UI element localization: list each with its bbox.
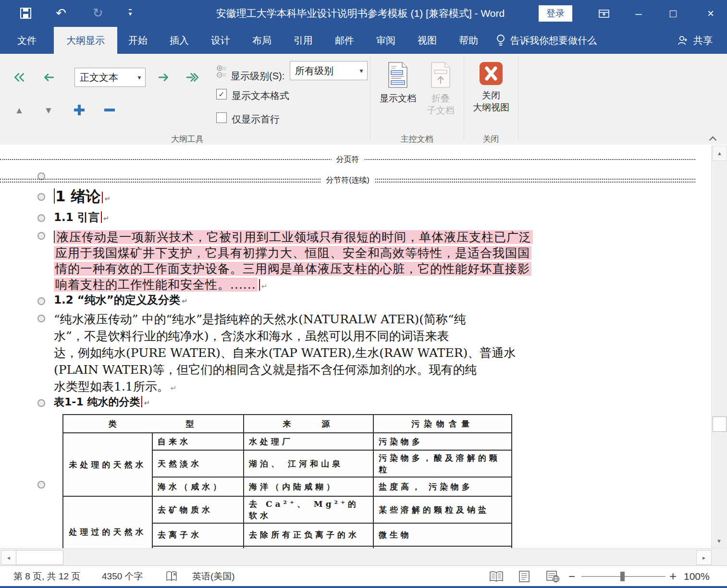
window-bottom-border [0, 586, 727, 588]
print-layout-button[interactable] [518, 566, 530, 587]
show-first-line-only-checkbox[interactable] [216, 112, 227, 123]
outline-bullet[interactable] [37, 315, 45, 322]
outline-bullet[interactable] [37, 193, 45, 201]
left-arrow-icon [42, 72, 55, 83]
collapse-button[interactable] [99, 101, 120, 119]
collapse-ribbon-button[interactable] [710, 135, 716, 141]
tab-outline-view[interactable]: 大纲显示 [54, 27, 117, 54]
tab-references[interactable]: 引用 [283, 27, 324, 54]
show-first-line-only-label[interactable]: 仅显示首行 [232, 113, 280, 126]
tab-home[interactable]: 开始 [117, 27, 159, 54]
share-button[interactable]: 共享 [677, 27, 713, 54]
tab-layout[interactable]: 布局 [241, 27, 283, 54]
outline-level-select[interactable]: 正文文本 ▾ [74, 68, 146, 87]
paragraph-mark-icon: ↵ [182, 297, 188, 306]
tab-file[interactable]: 文件 [0, 27, 54, 54]
outline-bullet[interactable] [37, 232, 45, 240]
undo-button[interactable]: ↶ [53, 5, 69, 21]
horizontal-scrollbar-thumb[interactable] [16, 550, 63, 565]
customize-qat-button[interactable]: ▾ [124, 5, 136, 21]
tab-view[interactable]: 视图 [407, 27, 448, 54]
paragraph-line: (PLAIN WATER)等，但它们的相同含义就是指不含任何添加剂的水。现有的纯 [54, 361, 516, 378]
show-text-formatting-checkbox[interactable]: ✓ [216, 89, 227, 99]
language-indicator[interactable]: 英语(美国) [192, 566, 235, 587]
outline-bullet[interactable] [37, 481, 45, 489]
zoom-in-button[interactable]: + [669, 566, 677, 587]
table-caption-row: 表1-1 纯水的分类↵ [54, 395, 150, 409]
promote-to-heading1-button[interactable] [9, 69, 30, 86]
proofing-status-button[interactable] [165, 566, 179, 587]
web-layout-button[interactable] [546, 566, 560, 587]
zoom-level[interactable]: 100% [684, 566, 710, 587]
title-bar: ↶ ↻ ▾ 安徽理工大学本科毕业设计说明书参考模板 (1) [兼容模式] - W… [0, 0, 727, 27]
table-cell: 天然淡水 [152, 450, 244, 477]
ribbon-display-options-button[interactable] [590, 0, 618, 27]
page-indicator[interactable]: 第 8 页, 共 12 页 [13, 566, 80, 587]
demote-to-body-button[interactable] [182, 69, 203, 86]
tab-insert[interactable]: 插入 [159, 27, 200, 54]
table-row: 未处理的天然水 自来水 水处理厂 污染物多 [63, 433, 512, 450]
web-layout-icon [546, 570, 560, 583]
move-down-button[interactable]: ▼ [38, 101, 59, 119]
outline-bullet[interactable] [37, 399, 45, 407]
zoom-out-button[interactable]: − [568, 566, 575, 587]
close-button[interactable]: × [697, 0, 725, 27]
minimize-button[interactable]: – [625, 0, 653, 27]
expand-button[interactable] [69, 101, 90, 119]
scroll-left-button[interactable]: ◂ [1, 550, 16, 565]
show-document-button[interactable]: 显示文档 [378, 61, 418, 135]
scroll-right-button[interactable]: ▸ [696, 550, 712, 565]
tab-mailings[interactable]: 邮件 [324, 27, 365, 54]
zoom-slider-thumb[interactable] [620, 572, 625, 581]
table-cell: 处理过的天然水 [63, 496, 152, 548]
read-mode-button[interactable] [489, 566, 504, 587]
scroll-down-button[interactable]: ▼ [712, 534, 726, 548]
move-up-button[interactable]: ▲ [9, 101, 30, 119]
window-title: 安徽理工大学本科毕业设计说明书参考模板 (1) [兼容模式] - Word [183, 0, 538, 27]
redo-button[interactable]: ↻ [90, 5, 106, 21]
group-divider [464, 57, 464, 139]
paragraph-mark-icon: ↵ [103, 214, 110, 223]
table-header: 来 源 [244, 415, 373, 433]
document-canvas[interactable]: 分页符 分节符(连续) 1 绪论↵ 1.1 引言↵ 液压传动是一项新兴技术，它被… [0, 145, 727, 548]
group-label-close: 关闭 [464, 134, 518, 145]
highlighted-line: 应用于我国煤矿井下支护，它具有初撑力大、恒阻、安全和高效等特性，是适合我国国 [54, 246, 531, 260]
show-level-select[interactable]: 所有级别 ▾ [290, 61, 368, 80]
right-arrow-icon [158, 72, 170, 83]
proofing-book-icon [165, 570, 179, 583]
tell-me-box[interactable]: 告诉我你想要做什么 [496, 27, 597, 54]
scroll-up-button[interactable]: ▲ [712, 146, 727, 161]
table-cell: 去离子水 [152, 523, 244, 546]
save-button[interactable] [17, 5, 34, 21]
sign-in-button[interactable]: 登录 [539, 5, 572, 22]
demote-button[interactable] [153, 69, 174, 86]
vertical-scrollbar[interactable]: ▲ ▼ [711, 146, 727, 548]
horizontal-scrollbar[interactable]: ◂ ▸ [0, 548, 727, 566]
paragraph-mark-icon: ↵ [144, 399, 150, 407]
group-label-master-document: 主控文档 [370, 134, 464, 145]
undo-icon: ↶ [56, 7, 66, 19]
show-level-icon [216, 64, 228, 79]
maximize-button[interactable]: □ [659, 0, 687, 27]
collapse-subdocuments-icon [430, 61, 452, 88]
outline-bullet[interactable] [37, 297, 45, 305]
collapse-subdocuments-button[interactable]: 折叠 子文档 [421, 61, 460, 135]
ribbon: 正文文本 ▾ ▲ ▼ [0, 54, 727, 145]
show-document-icon [387, 61, 409, 88]
heading3-text: 1.2 “纯水”的定义及分类 [54, 294, 180, 306]
tab-help[interactable]: 帮助 [448, 27, 489, 54]
table-image[interactable]: 类 型 来 源 污染物含量 未处理的天然水 自来水 水处理厂 污染物多 天然淡水… [62, 414, 513, 548]
scroll-right-icon: ▸ [702, 554, 705, 561]
table-cell: 去 Ca²⁺、 Mg²⁺的软水 [244, 496, 373, 523]
close-outline-view-label-line2: 大纲视图 [473, 101, 509, 113]
double-right-arrow-icon [186, 72, 199, 83]
word-count[interactable]: 4350 个字 [102, 566, 143, 587]
table-cell: 去矿物质水 [152, 496, 244, 523]
vertical-scrollbar-thumb[interactable] [713, 416, 727, 432]
close-outline-view-button[interactable]: 关闭 大纲视图 [471, 61, 511, 135]
promote-button[interactable] [38, 69, 59, 86]
outline-bullet[interactable] [37, 214, 45, 222]
tab-review[interactable]: 审阅 [365, 27, 407, 54]
tab-design[interactable]: 设计 [200, 27, 241, 54]
show-text-formatting-label[interactable]: 显示文本格式 [232, 89, 289, 102]
